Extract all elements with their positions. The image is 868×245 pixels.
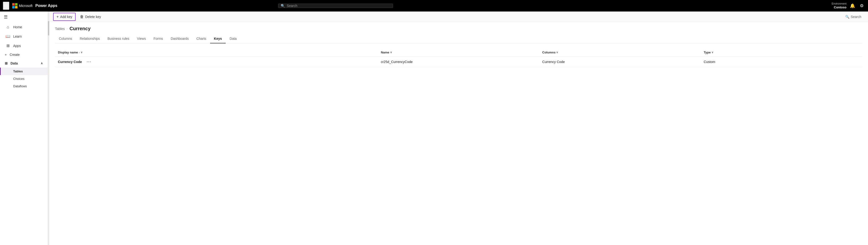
name-sort[interactable]: Name ∨ <box>381 51 392 54</box>
delete-key-button[interactable]: 🗑 Delete key <box>76 13 104 21</box>
microsoft-label: Microsoft <box>19 4 33 8</box>
delete-icon: 🗑 <box>80 15 84 19</box>
ms-logo-area: Microsoft <box>12 3 33 8</box>
type-sort[interactable]: Type ∨ <box>704 51 713 54</box>
tab-dashboards[interactable]: Dashboards <box>167 34 193 44</box>
display-name-sort[interactable]: Display name ↑ ∨ <box>58 51 83 54</box>
topbar: ⊞ Microsoft Power Apps 🔍 Environment Con… <box>0 0 868 11</box>
cell-type: Custom <box>701 57 862 67</box>
tabs: Columns Relationships Business rules Vie… <box>55 34 862 44</box>
name-sort-icon: ∨ <box>390 51 392 54</box>
environment-info: Environment Contoso <box>832 2 846 9</box>
sidebar-item-home[interactable]: ⌂ Home <box>0 23 48 32</box>
sidebar-item-learn[interactable]: 📖 Learn <box>0 32 48 41</box>
sidebar-item-dataflows[interactable]: Dataflows <box>0 82 48 90</box>
content-search-label: Search <box>851 15 861 19</box>
sidebar-item-home-label: Home <box>13 25 22 29</box>
page-content: Tables › Currency Columns Relationships … <box>49 22 868 245</box>
sidebar-item-data-label: Data <box>10 61 18 65</box>
breadcrumb: Tables › Currency <box>55 22 862 34</box>
columns-sort[interactable]: Columns ∨ <box>542 51 558 54</box>
col-header-type: Type ∨ <box>701 48 862 57</box>
create-icon: + <box>5 53 7 57</box>
type-sort-icon: ∨ <box>712 51 713 54</box>
table-row: Currency Code ··· cr25d_CurrencyCode Cur… <box>55 57 862 67</box>
data-icon: ⊞ <box>5 61 8 65</box>
microsoft-logo <box>12 3 18 8</box>
cell-display-name: Currency Code ··· <box>55 57 378 67</box>
environment-label: Environment <box>832 2 846 5</box>
data-chevron-icon: ∧ <box>41 62 43 65</box>
cell-name: cr25d_CurrencyCode <box>378 57 539 67</box>
command-bar: + Add key 🗑 Delete key 🔍 Search <box>49 11 868 22</box>
global-search-box[interactable]: 🔍 <box>278 4 393 8</box>
home-icon: ⌂ <box>5 25 10 29</box>
search-icon: 🔍 <box>281 4 285 8</box>
delete-key-label: Delete key <box>85 15 101 19</box>
sidebar-item-learn-label: Learn <box>13 34 22 38</box>
tab-relationships[interactable]: Relationships <box>76 34 104 44</box>
environment-name: Contoso <box>834 5 846 9</box>
sidebar-item-dataflows-label: Dataflows <box>13 84 27 88</box>
content-search-icon: 🔍 <box>845 15 849 19</box>
sidebar-item-choices-label: Choices <box>13 77 24 81</box>
notifications-icon[interactable]: 🔔 <box>848 2 857 9</box>
col-header-display-name: Display name ↑ ∨ <box>55 48 378 57</box>
settings-icon[interactable]: ⚙ <box>859 2 865 9</box>
tab-views[interactable]: Views <box>133 34 150 44</box>
main-layout: ☰ ⌂ Home 📖 Learn ⊞ Apps + Create ⊞ Data … <box>0 11 868 245</box>
tab-columns[interactable]: Columns <box>55 34 76 44</box>
sidebar-toggle-button[interactable]: ☰ <box>0 11 48 23</box>
sidebar-item-choices[interactable]: Choices <box>0 75 48 82</box>
add-icon: + <box>57 15 59 19</box>
sort-up-icon: ↑ <box>79 51 80 54</box>
breadcrumb-current: Currency <box>69 26 90 31</box>
tab-forms[interactable]: Forms <box>150 34 167 44</box>
learn-icon: 📖 <box>5 34 10 38</box>
sidebar-item-apps-label: Apps <box>13 44 21 48</box>
breadcrumb-chevron-icon: › <box>66 27 67 30</box>
col-header-columns: Columns ∨ <box>539 48 701 57</box>
sidebar-item-tables[interactable]: Tables <box>0 67 48 75</box>
app-name: Power Apps <box>35 4 57 8</box>
main-content: + Add key 🗑 Delete key 🔍 Search Tables ›… <box>49 11 868 245</box>
sidebar-item-tables-label: Tables <box>13 70 23 73</box>
sidebar-item-apps[interactable]: ⊞ Apps <box>0 41 48 50</box>
columns-sort-icon: ∨ <box>556 51 558 54</box>
add-key-button[interactable]: + Add key <box>53 13 75 21</box>
topbar-icons: Environment Contoso 🔔 ⚙ <box>832 2 865 9</box>
content-search-button[interactable]: 🔍 Search <box>842 13 864 20</box>
sidebar-item-create-label: Create <box>9 53 20 57</box>
tab-business-rules[interactable]: Business rules <box>104 34 133 44</box>
waffle-icon[interactable]: ⊞ <box>3 2 9 10</box>
cell-columns: Currency Code <box>539 57 701 67</box>
breadcrumb-parent[interactable]: Tables <box>55 27 65 31</box>
sidebar-scrollbar[interactable] <box>48 11 49 245</box>
tab-keys[interactable]: Keys <box>210 34 226 44</box>
add-key-label: Add key <box>60 15 72 19</box>
sidebar: ☰ ⌂ Home 📖 Learn ⊞ Apps + Create ⊞ Data … <box>0 11 48 245</box>
sidebar-item-data[interactable]: ⊞ Data ∧ <box>0 59 48 67</box>
row-actions-menu[interactable]: ··· <box>87 60 91 64</box>
apps-icon: ⊞ <box>5 44 10 48</box>
tab-charts[interactable]: Charts <box>193 34 210 44</box>
col-header-name: Name ∨ <box>378 48 539 57</box>
sidebar-scroll-thumb[interactable] <box>48 21 49 35</box>
sort-dropdown-icon[interactable]: ∨ <box>81 51 83 54</box>
global-search-input[interactable] <box>287 4 390 8</box>
keys-table: Display name ↑ ∨ Name ∨ <box>55 48 862 67</box>
sidebar-item-create[interactable]: + Create <box>0 50 48 59</box>
tab-data[interactable]: Data <box>226 34 241 44</box>
